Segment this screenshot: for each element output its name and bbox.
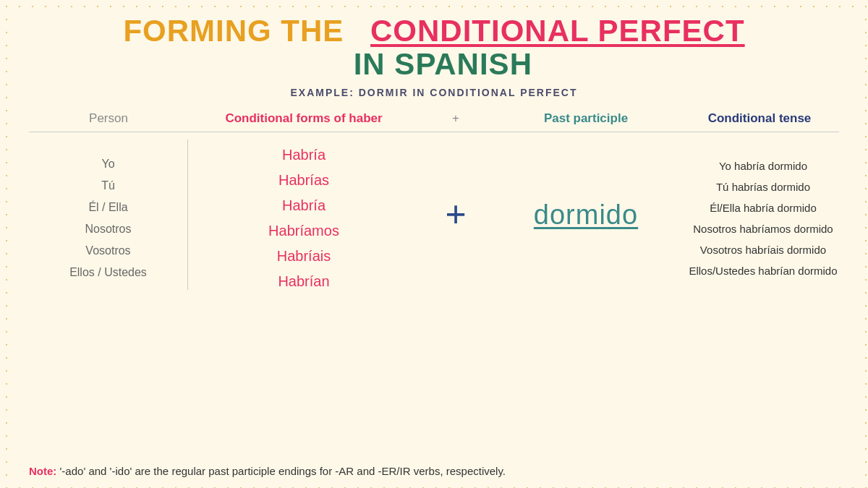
haber-habia2: Habría (282, 197, 326, 214)
haber-habia: Habría (282, 147, 326, 163)
person-el: Él / Ella (88, 201, 127, 214)
cond-nosotros: Nosotros habríamos dormido (693, 223, 833, 235)
col-header-plus: + (420, 111, 492, 126)
cond-vosotros: Vosotros habríais dormido (700, 244, 826, 256)
person-nosotros: Nosotros (85, 223, 131, 236)
main-title: FORMING THE CONDITIONAL PERFECT IN SPANI… (29, 14, 839, 81)
table-body: Yo Tú Él / Ella Nosotros Vosotros Ellos … (29, 140, 839, 290)
subtitle: EXAMPLE: DORMIR IN CONDITIONAL PERFECT (291, 87, 578, 98)
plus-column: + (420, 140, 492, 290)
persons-column: Yo Tú Él / Ella Nosotros Vosotros Ellos … (29, 140, 188, 290)
conditional-forms-column: Yo habría dormido Tú habrías dormido Él/… (680, 140, 839, 290)
note-text: '-ado' and '-ido' are the regular past p… (56, 465, 506, 477)
haber-habiais: Habríais (277, 248, 331, 265)
haber-habian: Habrían (278, 273, 329, 290)
col-header-participle: Past participle (492, 111, 680, 126)
person-ellos: Ellos / Ustedes (69, 266, 147, 279)
title-the (352, 14, 362, 48)
person-vosotros: Vosotros (85, 244, 130, 257)
cond-yo: Yo habría dormido (719, 160, 807, 172)
cond-el: Él/Ella habría dormido (710, 202, 817, 214)
col-header-haber: Conditional forms of haber (188, 111, 420, 126)
haber-habias: Habrías (278, 172, 329, 189)
person-yo: Yo (101, 158, 114, 171)
title-in-spanish: IN SPANISH (354, 47, 532, 81)
col-header-person: Person (29, 111, 188, 126)
participle-column: dormido (492, 140, 680, 290)
title-in: IN SPANISH (344, 48, 532, 81)
haber-habiamos: Habríamos (268, 223, 339, 239)
main-table: Person Conditional forms of haber + Past… (29, 111, 839, 456)
col-header-conditional: Conditional tense (680, 111, 839, 126)
participle-word: dormido (534, 200, 638, 231)
cond-ellos: Ellos/Ustedes habrían dormido (689, 265, 837, 277)
cond-tu: Tú habrías dormido (716, 181, 810, 193)
note-label: Note: (29, 465, 56, 477)
person-tu: Tú (101, 179, 115, 192)
plus-icon: + (445, 196, 467, 234)
table-header: Person Conditional forms of haber + Past… (29, 111, 839, 132)
note-bar: Note: '-ado' and '-ido' are the regular … (29, 465, 839, 477)
title-forming: FORMING THE (123, 14, 344, 48)
haber-forms-column: Habría Habrías Habría Habríamos Habríais… (188, 140, 420, 290)
title-conditional-perfect: CONDITIONAL PERFECT (370, 14, 745, 48)
